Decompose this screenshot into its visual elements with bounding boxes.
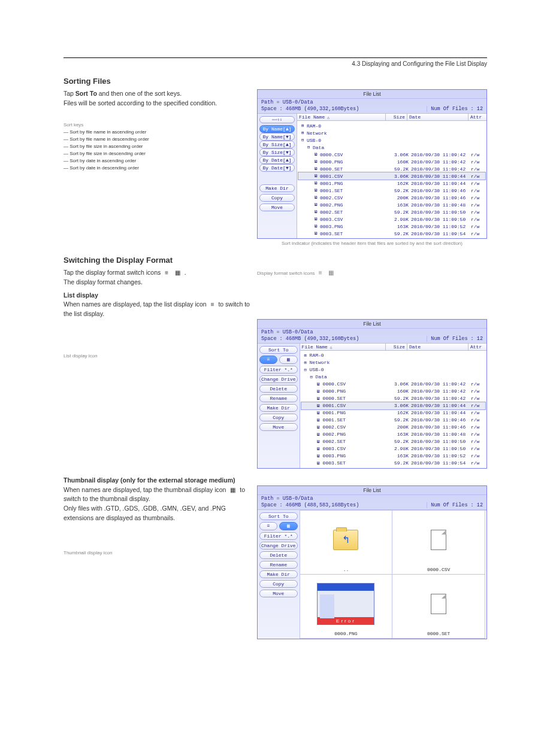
tree-file[interactable]: 🗎0001.SET59.2K2010/09/30 11:09:46r/w	[301, 417, 485, 424]
tree-drive[interactable]: ⊞RAM-0	[301, 352, 485, 359]
tree-file[interactable]: 🗎0003.SET59.2K2010/09/30 11:09:54r/w	[301, 460, 485, 467]
sort-button[interactable]: By Date[▼]	[259, 164, 295, 172]
tree-file[interactable]: 🗎0003.CSV2.98K2010/09/30 11:09:50r/w	[298, 215, 485, 223]
view-toggle-row: ≡▦	[259, 522, 298, 530]
panel-title: File List	[258, 90, 486, 99]
header-attr[interactable]: Attr	[468, 344, 486, 350]
header-size[interactable]: Size	[386, 344, 407, 350]
tree-file[interactable]: 🗎0000.PNG160K2010/09/30 11:09:42r/w	[298, 158, 485, 165]
tree-file[interactable]: 🗎0002.SET59.2K2010/09/30 11:09:50r/w	[301, 438, 485, 445]
header-name[interactable]: File Name△	[297, 114, 386, 120]
tree-file[interactable]: 🗎0000.CSV3.06K2010/09/30 11:09:42r/w	[301, 381, 485, 388]
tree-drive[interactable]: ⊞Network	[301, 359, 485, 366]
panel-title: File List	[258, 320, 486, 329]
sort-button[interactable]: By Size[▼]	[259, 148, 295, 156]
tree-file[interactable]: 🗎0002.CSV200K2010/09/30 11:09:46r/w	[298, 194, 485, 201]
sort-button[interactable]: By Size[▲]	[259, 141, 295, 148]
op-button[interactable]: Delete	[259, 385, 298, 393]
panel-numfiles: Num Of Files : 12	[427, 336, 483, 342]
document-icon	[431, 594, 446, 614]
sortkeys-marker: Sort keys	[64, 122, 250, 129]
thumb-up-folder[interactable]: ↰ ..	[300, 510, 393, 575]
panel-sidebar: Sort To≡▦Filter *.*Change DriveDeleteRen…	[258, 510, 300, 639]
thumb-display-filter-note: Only files with .GTD, .GDS, .GDB, .GMN, …	[64, 504, 250, 523]
tree-file[interactable]: 🗎0001.SET59.2K2010/09/30 11:09:46r/w	[298, 187, 485, 194]
thumb-caption: ..	[343, 567, 349, 572]
tree-folder[interactable]: ⊟Data	[301, 374, 485, 381]
file-tree[interactable]: ⊞RAM-0⊞Network⊟USB-0⊟Data🗎0000.CSV3.06K2…	[300, 351, 486, 468]
panel-numfiles: Num Of Files : 12	[427, 106, 483, 112]
header-date[interactable]: Date	[407, 344, 468, 350]
op-button[interactable]: Rename	[259, 394, 298, 402]
op-button[interactable]: Move	[259, 204, 295, 211]
tree-file[interactable]: 🗎0000.CSV3.06K2010/09/30 11:09:42r/w	[298, 151, 485, 158]
thumb-file-png[interactable]: Error 0000.PNG	[300, 574, 393, 639]
panel-path: Path = USB-0/Data	[258, 329, 486, 336]
list-view-button[interactable]: ≡	[259, 356, 277, 364]
grid-icon-cap: ▦	[328, 269, 334, 276]
tree-file[interactable]: 🗎0001.CSV3.06K2010/09/30 11:09:44r/w	[301, 402, 485, 409]
file-headers[interactable]: File Name△ Size Date Attr	[300, 344, 486, 351]
op-button[interactable]: Rename	[259, 561, 298, 569]
op-button[interactable]: Move	[259, 423, 298, 431]
tree-file[interactable]: 🗎0002.PNG163K2010/09/30 11:09:48r/w	[301, 431, 485, 438]
op-button[interactable]: Change Drive	[259, 542, 298, 549]
tree-drive[interactable]: ⊞Network	[298, 129, 485, 136]
sort-button[interactable]: By Date[▲]	[259, 156, 295, 164]
sorting-files-heading: Sorting Files	[64, 77, 487, 86]
tree-file[interactable]: 🗎0002.PNG163K2010/09/30 11:09:48r/w	[298, 201, 485, 208]
tree-file[interactable]: 🗎0002.CSV200K2010/09/30 11:09:46r/w	[301, 424, 485, 431]
tree-file[interactable]: 🗎0002.SET59.2K2010/09/30 11:09:50r/w	[298, 208, 485, 215]
thumb-file-set[interactable]: 0000.SET	[392, 574, 485, 639]
op-button[interactable]: Copy	[259, 194, 295, 202]
header-name[interactable]: File Name△	[300, 344, 386, 350]
file-headers[interactable]: File Name△ Size Date Attr	[297, 114, 486, 121]
file-list-panel-list: File List Path = USB-0/Data Space : 468M…	[257, 319, 487, 469]
list-icon: ≡	[211, 301, 214, 308]
tree-file[interactable]: 🗎0003.PNG163K2010/09/30 11:09:52r/w	[301, 453, 485, 460]
thumbnail-view-button[interactable]: ▦	[279, 522, 297, 530]
nav-arrows-button[interactable]: ⇦⇨⇧⇩	[259, 116, 295, 123]
tree-file[interactable]: 🗎0001.PNG162K2010/09/30 11:09:44r/w	[301, 409, 485, 417]
sortkey-legend-row: By Date[▲]— Sort by date in ascending or…	[64, 157, 250, 165]
thumb-file-csv[interactable]: 0000.CSV	[392, 510, 485, 575]
op-button[interactable]: Filter *.*	[259, 366, 298, 374]
op-button[interactable]: Move	[259, 590, 298, 597]
header-size[interactable]: Size	[386, 114, 407, 120]
tree-folder[interactable]: ⊟Data	[298, 144, 485, 151]
sort-button[interactable]: By Name[▲]	[259, 125, 295, 133]
page-header: 4.3 Displaying and Configuring the File …	[64, 59, 487, 68]
header-date[interactable]: Date	[407, 114, 468, 120]
tree-drive[interactable]: ⊟USB-0	[301, 366, 485, 374]
op-button[interactable]: Change Drive	[259, 375, 298, 383]
list-view-button[interactable]: ≡	[259, 522, 277, 530]
op-button[interactable]: Make Dir	[259, 570, 298, 578]
tree-drive[interactable]: ⊟USB-0	[298, 136, 485, 144]
thumbnail-view-button[interactable]: ▦	[279, 356, 297, 364]
file-tree[interactable]: ⊞RAM-0⊞Network⊟USB-0⊟Data🗎0000.CSV3.06K2…	[297, 121, 486, 238]
op-button[interactable]: Copy	[259, 580, 298, 588]
thumb-display-instr: When names are displayed, tap the thumbn…	[64, 485, 250, 505]
tree-file[interactable]: 🗎0003.SET59.2K2010/09/30 11:09:54r/w	[298, 230, 485, 237]
header-attr[interactable]: Attr	[468, 114, 486, 120]
op-button[interactable]: Filter *.*	[259, 532, 298, 540]
tree-file[interactable]: 🗎0001.CSV3.06K2010/09/30 11:09:44r/w	[298, 172, 485, 180]
sort-button[interactable]: By Name[▼]	[259, 133, 295, 141]
op-button[interactable]: Delete	[259, 551, 298, 559]
grid-icon: ▦	[230, 487, 235, 493]
op-button[interactable]: Copy	[259, 414, 298, 421]
op-button[interactable]: Make Dir	[259, 404, 298, 412]
tree-file[interactable]: 🗎0003.PNG163K2010/09/30 11:09:52r/w	[298, 223, 485, 230]
tree-file[interactable]: 🗎0000.SET59.2K2010/09/30 11:09:42r/w	[301, 395, 485, 402]
op-button[interactable]: Sort To	[259, 512, 298, 520]
thumbnail-grid[interactable]: ↰ .. 0000.CSV Error 0000.PNG	[300, 510, 486, 639]
tree-file[interactable]: 🗎0000.SET59.2K2010/09/30 11:09:42r/w	[298, 165, 485, 172]
op-button[interactable]: Sort To	[259, 346, 298, 354]
tree-file[interactable]: 🗎0000.PNG160K2010/09/30 11:09:42r/w	[301, 388, 485, 395]
tree-file[interactable]: 🗎0003.CSV2.98K2010/09/30 11:09:50r/w	[301, 445, 485, 453]
list-icon-cap: ≡	[319, 269, 322, 276]
tree-file[interactable]: 🗎0001.PNG162K2010/09/30 11:09:44r/w	[298, 180, 485, 187]
op-button[interactable]: Make Dir	[259, 184, 295, 192]
tree-drive[interactable]: ⊞RAM-0	[298, 122, 485, 129]
thumb-caption: 0000.PNG	[334, 631, 357, 636]
